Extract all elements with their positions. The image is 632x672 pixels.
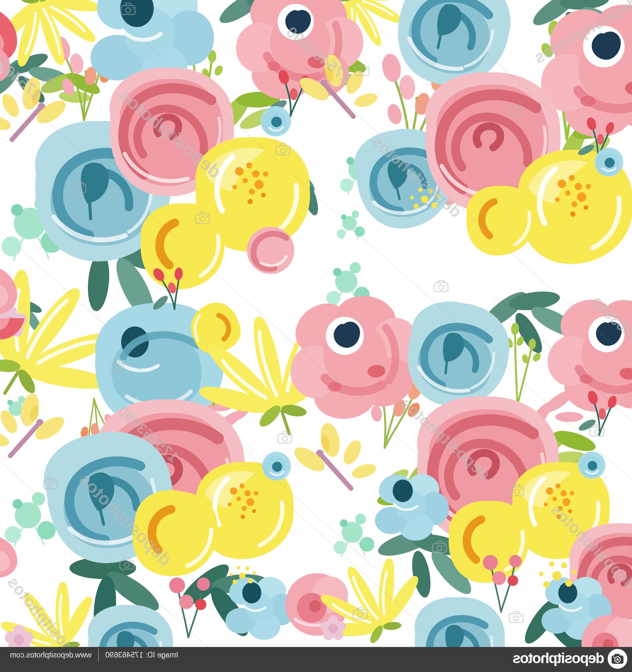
- floral-motifs: [0, 0, 632, 647]
- camera-watermark-icon: [509, 611, 523, 623]
- blue-rose: [415, 597, 505, 647]
- small-pink-rose: [247, 226, 294, 274]
- stock-preview-image: depositphotos depositphotos depositphoto…: [0, 0, 632, 672]
- yellow-bud-flower: [466, 186, 534, 255]
- logo-wordmark: depositphotos: [513, 650, 604, 666]
- camera-logo-icon: [608, 649, 627, 669]
- bottom-bar-mirrored-content: depositphotos Image ID: 175463690 www.de…: [0, 647, 632, 672]
- floral-pattern-canvas: depositphotos depositphotos depositphoto…: [0, 0, 632, 647]
- yellow-bud-flower: [141, 203, 224, 289]
- mint-berries: [333, 514, 374, 557]
- blue-berry-flower: [261, 106, 291, 136]
- image-id-label: Image ID: 175463690: [105, 651, 178, 659]
- website-url: www.depositphotos.com: [10, 651, 92, 659]
- blue-berry-flower: [578, 452, 606, 479]
- image-meta: Image ID: 175463690 www.depositphotos.co…: [0, 649, 178, 661]
- depositphotos-logo: depositphotos: [513, 649, 632, 669]
- meta-divider: [98, 649, 99, 661]
- yellow-bud-flower: [449, 501, 528, 583]
- watermark-bottom-bar: depositphotos Image ID: 175463690 www.de…: [0, 647, 632, 672]
- camera-watermark-icon: [434, 280, 448, 291]
- dragonfly: [290, 421, 378, 488]
- blue-berry-flower: [262, 452, 290, 480]
